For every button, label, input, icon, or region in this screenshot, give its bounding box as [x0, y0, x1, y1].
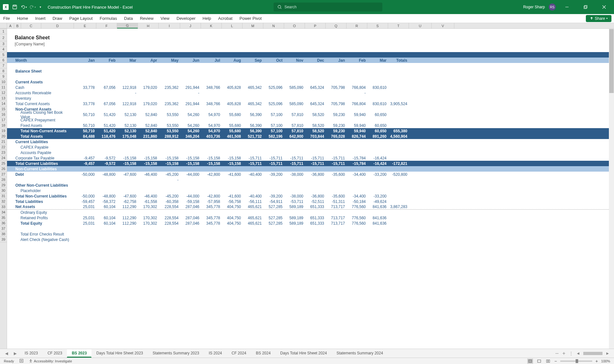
select-all-corner[interactable] [0, 23, 7, 28]
cell-value[interactable] [159, 96, 180, 101]
cell-value[interactable]: Mar [117, 58, 138, 63]
cell-value[interactable] [138, 117, 159, 123]
cell-value[interactable]: 287,046 [180, 215, 201, 221]
cell-value[interactable]: 585,090 [284, 85, 305, 90]
cell-value[interactable]: 175,048 [117, 134, 138, 139]
cell-value[interactable]: 228,554 [159, 204, 180, 209]
cell-value[interactable]: 3,867,283 [388, 204, 409, 209]
cell-value[interactable]: 235,362 [159, 101, 180, 106]
ribbon-tab-insert[interactable]: Insert [35, 15, 46, 22]
cell-value[interactable]: 841,636 [367, 204, 388, 209]
cell-value[interactable]: 288,912 [159, 134, 180, 139]
sheet-tab-bs-2023[interactable]: BS 2023 [67, 349, 92, 358]
cell-value[interactable] [284, 117, 305, 123]
cell-value[interactable]: -15,158 [138, 161, 159, 166]
cell-value[interactable]: -16,424 [367, 155, 388, 161]
cell-value[interactable]: 2023 [201, 52, 222, 58]
row-header-5[interactable]: 5 [0, 52, 7, 58]
cell-value[interactable]: 2023 [305, 52, 326, 58]
cell-value[interactable]: 348,766 [201, 85, 222, 90]
zoom-in-button[interactable]: + [595, 359, 598, 364]
cell-value[interactable]: 291,944 [180, 101, 201, 106]
cell-value[interactable]: 705,798 [326, 85, 347, 90]
cell-value[interactable] [263, 117, 284, 123]
cell-value[interactable]: -520,800 [388, 172, 409, 177]
cell-value[interactable]: Aug [222, 58, 243, 63]
cell-value[interactable] [243, 117, 263, 123]
cell-value[interactable]: 179,020 [138, 85, 159, 90]
cell-value[interactable] [305, 90, 326, 96]
cell-value[interactable]: -38,000 [284, 193, 305, 199]
col-header-J[interactable]: J [180, 23, 201, 28]
cell-value[interactable] [201, 90, 222, 96]
cell-value[interactable]: -41,600 [222, 193, 243, 199]
cell-value[interactable]: -33,200 [367, 172, 388, 177]
cell-value[interactable] [305, 96, 326, 101]
cell-value[interactable]: -50,000 [74, 193, 96, 199]
col-header-F[interactable]: F [96, 23, 117, 28]
cell-value[interactable]: 645,324 [305, 101, 326, 106]
cell-value[interactable]: 57,100 [263, 123, 284, 128]
cell-value[interactable] [159, 188, 180, 193]
cell-value[interactable] [222, 150, 243, 155]
cell-value[interactable] [222, 117, 243, 123]
cell-value[interactable] [409, 58, 432, 63]
cell-value[interactable]: 112,290 [117, 204, 138, 209]
cell-value[interactable]: 404,750 [222, 204, 243, 209]
redo-icon[interactable]: ▾ [29, 4, 36, 10]
cell-value[interactable] [117, 166, 138, 172]
cell-value[interactable]: 50,710 [74, 112, 96, 117]
cell-value[interactable]: 345,778 [201, 204, 222, 209]
cell-value[interactable] [201, 177, 222, 182]
cell-value[interactable] [388, 112, 409, 117]
cell-value[interactable]: -15,158 [117, 155, 138, 161]
cell-value[interactable] [243, 150, 263, 155]
cell-value[interactable] [180, 188, 201, 193]
row-header-8[interactable]: 8 [0, 68, 7, 74]
cell-value[interactable]: 67,056 [96, 85, 117, 90]
cell-value[interactable] [243, 90, 263, 96]
cell-value[interactable] [180, 96, 201, 101]
cell-value[interactable] [409, 123, 432, 128]
cell-value[interactable]: 59,940 [347, 128, 367, 134]
cell-value[interactable]: 52,130 [117, 112, 138, 117]
ribbon-tab-developer[interactable]: Developer [176, 15, 196, 22]
cell-value[interactable]: -56,111 [243, 199, 263, 204]
cell-value[interactable]: 112,290 [117, 215, 138, 221]
cell-value[interactable]: -15,711 [243, 161, 263, 166]
cell-value[interactable]: 54,260 [180, 112, 201, 117]
cell-value[interactable] [222, 90, 243, 96]
cell-value[interactable]: -15,711 [326, 155, 347, 161]
cell-value[interactable]: -54,911 [263, 199, 284, 204]
cell-value[interactable] [201, 188, 222, 193]
cell-value[interactable]: 51,420 [96, 123, 117, 128]
cell-value[interactable]: -48,800 [96, 193, 117, 199]
cell-value[interactable]: -42,800 [201, 172, 222, 177]
cell-value[interactable]: 57,810 [284, 128, 305, 134]
cell-value[interactable]: 84,488 [74, 134, 96, 139]
cell-value[interactable]: 841,636 [367, 221, 388, 226]
row-header-12[interactable]: 12 [0, 90, 7, 96]
cell-value[interactable] [367, 96, 388, 101]
cell-value[interactable]: 52,840 [138, 128, 159, 134]
cell-value[interactable] [117, 188, 138, 193]
cell-value[interactable]: 527,285 [263, 221, 284, 226]
horizontal-scrollbar[interactable] [583, 352, 602, 355]
cell-value[interactable]: -45,200 [159, 172, 180, 177]
cell-value[interactable]: -15,711 [243, 155, 263, 161]
cell-value[interactable]: 58,520 [305, 128, 326, 134]
cell-value[interactable]: -15,158 [180, 161, 201, 166]
col-header-I[interactable]: I [159, 23, 180, 28]
cell-value[interactable]: 55,680 [222, 112, 243, 117]
cell-value[interactable] [409, 150, 432, 155]
cell-value[interactable] [409, 90, 432, 96]
cell-value[interactable]: 57,100 [263, 128, 284, 134]
cell-value[interactable] [347, 210, 367, 215]
cell-value[interactable]: -15,158 [159, 155, 180, 161]
cell-value[interactable]: -15,711 [263, 161, 284, 166]
cell-value[interactable]: Totals [388, 58, 409, 63]
ribbon-tab-review[interactable]: Review [139, 15, 154, 22]
cell-value[interactable]: 404,750 [222, 215, 243, 221]
cell-value[interactable]: -16,424 [367, 161, 388, 166]
cell-value[interactable]: 465,621 [243, 204, 263, 209]
